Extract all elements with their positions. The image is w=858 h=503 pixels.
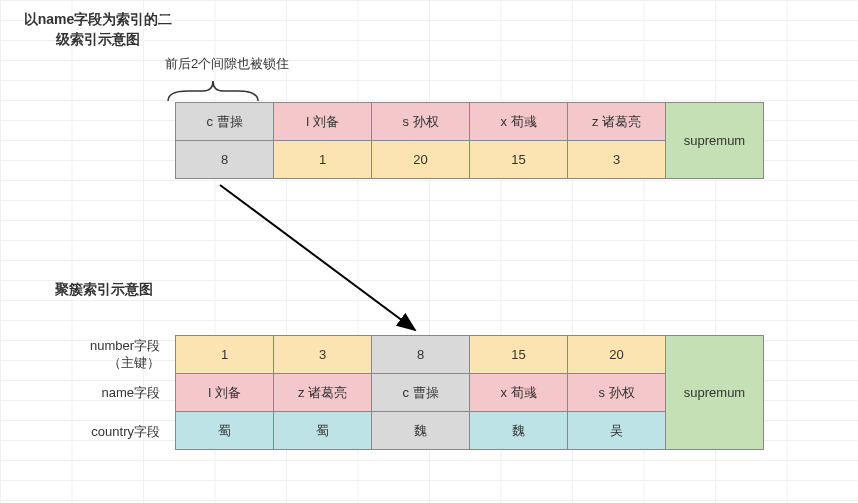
sec-name-3: x 荀彧 — [470, 103, 568, 141]
clu-country-0: 蜀 — [176, 412, 274, 450]
name-field-label: name字段 — [60, 385, 160, 402]
clu-country-2: 魏 — [372, 412, 470, 450]
clu-num-1: 3 — [274, 336, 372, 374]
sec-num-0: 8 — [176, 141, 274, 179]
curly-brace-icon — [163, 73, 263, 103]
sec-num-2: 20 — [372, 141, 470, 179]
sec-name-1: l 刘备 — [274, 103, 372, 141]
clu-num-0: 1 — [176, 336, 274, 374]
clustered-index-table: 1 3 8 15 20 supremum l 刘备 z 诸葛亮 c 曹操 x 荀… — [175, 335, 764, 450]
clu-supremum: supremum — [666, 336, 764, 450]
clustered-numbers-row: 1 3 8 15 20 supremum — [176, 336, 764, 374]
secondary-index-title: 以name字段为索引的二级索引示意图 — [18, 10, 178, 49]
clu-name-2: c 曹操 — [372, 374, 470, 412]
sec-num-4: 3 — [568, 141, 666, 179]
sec-supremum: supremum — [666, 103, 764, 179]
svg-line-1 — [220, 185, 415, 330]
number-field-label: number字段（主键） — [60, 338, 160, 372]
clu-num-3: 15 — [470, 336, 568, 374]
clu-name-3: x 荀彧 — [470, 374, 568, 412]
arrow-icon — [215, 180, 435, 340]
secondary-names-row: c 曹操 l 刘备 s 孙权 x 荀彧 z 诸葛亮 supremum — [176, 103, 764, 141]
bracket-note-label: 前后2个间隙也被锁住 — [165, 55, 289, 73]
clu-name-1: z 诸葛亮 — [274, 374, 372, 412]
clu-country-4: 吴 — [568, 412, 666, 450]
clu-num-4: 20 — [568, 336, 666, 374]
sec-name-2: s 孙权 — [372, 103, 470, 141]
sec-num-1: 1 — [274, 141, 372, 179]
secondary-index-table: c 曹操 l 刘备 s 孙权 x 荀彧 z 诸葛亮 supremum 8 1 2… — [175, 102, 764, 179]
clu-num-2: 8 — [372, 336, 470, 374]
clustered-index-title: 聚簇索引示意图 — [55, 280, 153, 300]
country-field-label: country字段 — [60, 424, 160, 441]
clu-country-3: 魏 — [470, 412, 568, 450]
clu-name-4: s 孙权 — [568, 374, 666, 412]
sec-num-3: 15 — [470, 141, 568, 179]
sec-name-0: c 曹操 — [176, 103, 274, 141]
clu-name-0: l 刘备 — [176, 374, 274, 412]
sec-name-4: z 诸葛亮 — [568, 103, 666, 141]
clu-country-1: 蜀 — [274, 412, 372, 450]
